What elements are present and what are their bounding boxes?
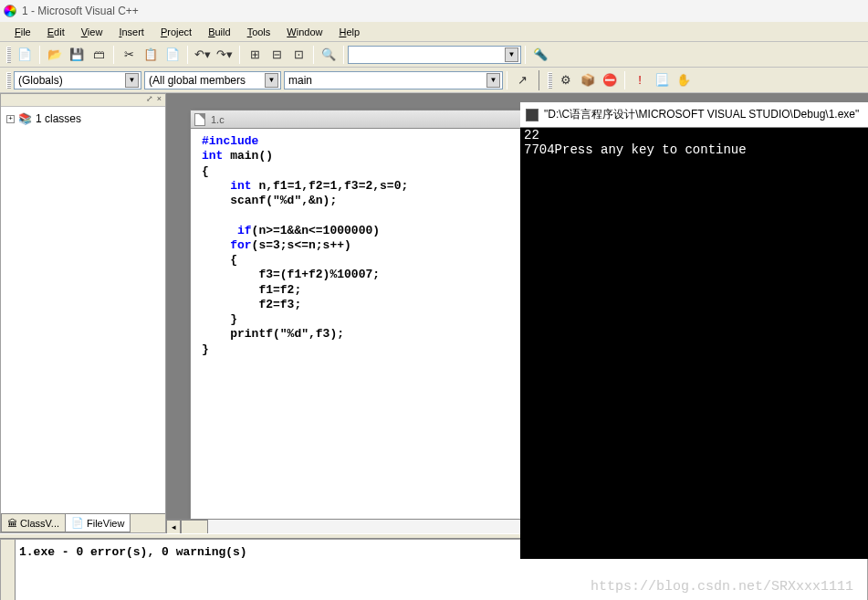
menubar: File Edit View Insert Project Build Tool… — [0, 22, 868, 42]
menu-project[interactable]: Project — [153, 25, 199, 39]
class-tree[interactable]: + 📚 1 classes — [1, 107, 165, 513]
toolbar-wizbar: (Globals) ▼ (All global members ▼ main ▼… — [0, 68, 868, 93]
expand-icon[interactable]: + — [6, 115, 15, 123]
tree-root-item[interactable]: + 📚 1 classes — [6, 112, 160, 125]
compile-button[interactable]: ⚙ — [556, 70, 576, 90]
members-combo[interactable]: (All global members ▼ — [144, 71, 281, 89]
window-titlebar: 1 - Microsoft Visual C++ — [0, 0, 868, 22]
scope-combo[interactable]: (Globals) ▼ — [14, 71, 141, 89]
output-tab-strip[interactable] — [1, 540, 16, 600]
build-button[interactable]: 📦 — [578, 70, 598, 90]
menu-build[interactable]: Build — [201, 25, 237, 39]
file-icon: 📄 — [71, 517, 84, 529]
toolbar-standard: 📄 📂 💾 🗃 ✂ 📋 📄 ↶▾ ↷▾ ⊞ ⊟ ⊡ 🔍 ▼ 🔦 — [0, 42, 868, 68]
scroll-left-icon[interactable]: ◂ — [166, 520, 181, 533]
workspace-tabs: 🏛 ClassV... 📄 FileView — [1, 513, 165, 532]
chevron-down-icon[interactable]: ▼ — [265, 73, 278, 88]
find-combo[interactable]: ▼ — [348, 46, 521, 64]
menu-tools[interactable]: Tools — [240, 25, 278, 39]
menu-edit[interactable]: Edit — [40, 25, 72, 39]
menu-help[interactable]: Help — [331, 25, 367, 39]
console-titlebar[interactable]: "D:\C语言程序设计\MICROSOFT VISUAL STUDIO\Debu… — [520, 102, 868, 128]
tab-classview[interactable]: 🏛 ClassV... — [1, 514, 66, 532]
find-in-files-button[interactable]: 🔍 — [319, 45, 339, 65]
undo-button[interactable]: ↶▾ — [193, 45, 213, 65]
scroll-thumb[interactable] — [181, 520, 208, 533]
open-button[interactable]: 📂 — [45, 45, 65, 65]
function-combo[interactable]: main ▼ — [284, 71, 503, 89]
panel-header: ⤢ × — [1, 94, 165, 107]
book-icon: 📚 — [18, 112, 32, 125]
window-title: 1 - Microsoft Visual C++ — [22, 5, 139, 17]
menu-insert[interactable]: Insert — [111, 25, 152, 39]
code-filename: 1.c — [211, 114, 225, 125]
goto-button[interactable]: ↗ — [512, 70, 532, 90]
app-logo-icon — [4, 5, 16, 17]
console-icon — [526, 109, 539, 121]
tab-fileview[interactable]: 📄 FileView — [65, 514, 131, 532]
chevron-down-icon[interactable]: ▼ — [125, 73, 139, 88]
grip-icon[interactable] — [6, 47, 11, 63]
members-combo-text: (All global members — [149, 74, 246, 87]
grip-icon[interactable] — [548, 72, 552, 89]
chevron-down-icon[interactable]: ▼ — [486, 73, 500, 88]
workspace-panel: ⤢ × + 📚 1 classes 🏛 ClassV... 📄 FileView — [0, 93, 166, 533]
console-output[interactable]: 22 7704Press any key to continue — [520, 128, 868, 157]
class-icon: 🏛 — [7, 518, 17, 529]
paste-button[interactable]: 📄 — [162, 45, 183, 65]
console-window: "D:\C语言程序设计\MICROSOFT VISUAL STUDIO\Debu… — [520, 102, 868, 559]
save-button[interactable]: 💾 — [67, 45, 87, 65]
menu-view[interactable]: View — [74, 25, 110, 39]
new-file-button[interactable]: 📄 — [15, 45, 35, 65]
panel-pin-icon[interactable]: ⤢ — [144, 94, 155, 106]
copy-button[interactable]: 📋 — [141, 45, 161, 65]
execute-button[interactable]: ! — [630, 70, 650, 90]
tree-root-label: 1 classes — [36, 112, 81, 125]
stop-build-button[interactable]: ⛔ — [600, 70, 620, 90]
console-title: "D:\C语言程序设计\MICROSOFT VISUAL STUDIO\Debu… — [544, 107, 859, 122]
redo-button[interactable]: ↷▾ — [214, 45, 235, 65]
save-all-button[interactable]: 🗃 — [89, 45, 109, 65]
workspace-button[interactable]: ⊞ — [245, 45, 265, 65]
cut-button[interactable]: ✂ — [119, 45, 139, 65]
tab-fileview-label: FileView — [87, 518, 124, 529]
find-button[interactable]: 🔦 — [530, 45, 550, 65]
grip-icon[interactable] — [6, 72, 11, 89]
menu-file[interactable]: File — [7, 25, 38, 39]
go-button[interactable]: 📃 — [652, 70, 672, 90]
c-file-icon — [194, 113, 205, 126]
chevron-down-icon[interactable]: ▼ — [505, 47, 518, 62]
panel-close-icon[interactable]: × — [155, 94, 163, 106]
output-button[interactable]: ⊟ — [267, 45, 287, 65]
breakpoint-button[interactable]: ✋ — [674, 70, 694, 90]
function-combo-text: main — [288, 74, 312, 87]
menu-window[interactable]: Window — [279, 25, 329, 39]
window-list-button[interactable]: ⊡ — [288, 45, 309, 65]
scope-combo-text: (Globals) — [18, 74, 63, 87]
tab-classview-label: ClassV... — [20, 518, 59, 529]
